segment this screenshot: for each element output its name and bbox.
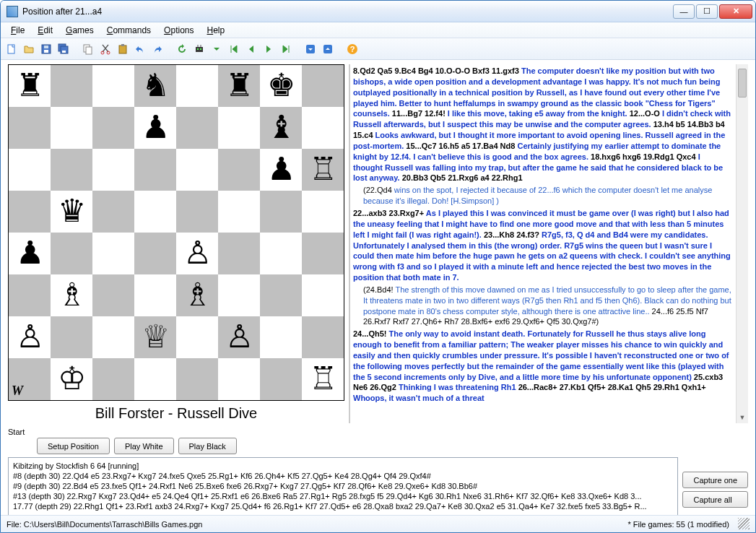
board-square[interactable] <box>176 358 218 400</box>
board-square[interactable] <box>176 316 218 358</box>
save-all-icon[interactable] <box>56 41 71 57</box>
capture-one-button[interactable]: Capture one <box>682 472 748 488</box>
board-square[interactable]: ♕ <box>134 316 176 358</box>
board-square[interactable] <box>218 191 260 233</box>
help-icon[interactable]: ? <box>344 41 360 57</box>
board-square[interactable] <box>92 191 134 233</box>
notation-pane[interactable]: 8.Qd2 Qa5 9.Bc4 Bg4 10.O-O-O Bxf3 11.gxf… <box>350 64 736 423</box>
menu-options[interactable]: Options <box>158 24 199 37</box>
board-square[interactable] <box>260 191 302 233</box>
board-square[interactable] <box>176 149 218 191</box>
engine-icon[interactable] <box>191 41 207 57</box>
close-button[interactable]: ✕ <box>719 4 752 19</box>
capture-all-button[interactable]: Capture all <box>682 491 748 508</box>
board-square[interactable] <box>92 316 134 358</box>
board-square[interactable] <box>9 274 51 316</box>
board-square[interactable] <box>302 274 344 316</box>
board-square[interactable] <box>92 149 134 191</box>
paste-icon[interactable] <box>115 41 131 57</box>
nav-last-icon[interactable] <box>278 41 294 57</box>
board-square[interactable]: ♙ <box>176 233 218 274</box>
board-square[interactable] <box>51 316 92 358</box>
minimize-button[interactable]: — <box>673 4 695 19</box>
board-square[interactable] <box>51 233 92 274</box>
board-square[interactable]: ♜ <box>218 65 260 107</box>
board-square[interactable]: ♔ <box>51 358 92 400</box>
menu-help[interactable]: Help <box>201 24 230 37</box>
board-square[interactable] <box>134 191 176 233</box>
board-square[interactable] <box>218 233 260 274</box>
board-square[interactable] <box>302 233 344 274</box>
nav-next-icon[interactable] <box>261 41 277 57</box>
board-square[interactable] <box>92 233 134 274</box>
menu-games[interactable]: Games <box>60 24 100 37</box>
scroll-down-icon[interactable]: ▼ <box>737 411 748 423</box>
play-black-button[interactable]: Play Black <box>178 438 237 454</box>
board-square[interactable] <box>92 358 134 400</box>
board-square[interactable]: ♜ <box>9 65 51 107</box>
board-square[interactable]: ♟ <box>9 233 51 274</box>
board-square[interactable] <box>176 191 218 233</box>
board-square[interactable] <box>218 274 260 316</box>
board-square[interactable] <box>176 65 218 107</box>
blue-up-icon[interactable] <box>320 41 336 57</box>
board-square[interactable] <box>9 107 51 149</box>
undo-icon[interactable] <box>132 41 148 57</box>
scroll-thumb[interactable] <box>738 69 747 98</box>
board-square[interactable] <box>134 149 176 191</box>
board-square[interactable]: ♖ <box>302 358 344 400</box>
board-square[interactable] <box>51 107 92 149</box>
board-square[interactable] <box>260 274 302 316</box>
board-square[interactable] <box>51 65 92 107</box>
board-square[interactable]: ♟ <box>134 107 176 149</box>
board-square[interactable]: ♛ <box>51 191 92 233</box>
resize-grip-icon[interactable] <box>738 518 750 529</box>
redo-icon[interactable] <box>149 41 165 57</box>
blue-down-icon[interactable] <box>303 41 318 57</box>
board-square[interactable] <box>260 316 302 358</box>
menu-file[interactable]: File <box>5 24 30 37</box>
board-square[interactable] <box>302 191 344 233</box>
board-square[interactable]: ♝ <box>260 107 302 149</box>
play-white-button[interactable]: Play White <box>114 438 174 454</box>
board-square[interactable] <box>134 233 176 274</box>
board-square[interactable]: ♗ <box>51 274 92 316</box>
board-square[interactable] <box>218 149 260 191</box>
board-square[interactable] <box>260 233 302 274</box>
board-square[interactable] <box>218 107 260 149</box>
board-square[interactable]: ♚ <box>260 65 302 107</box>
setup-position-button[interactable]: Setup Position <box>37 438 110 454</box>
maximize-button[interactable]: ☐ <box>696 4 718 19</box>
cut-icon[interactable] <box>97 41 113 57</box>
chessboard[interactable]: ♜♞♜♚♟♝♟♖♛♟♙♗♗♙♕♙♔♖ W <box>8 64 344 401</box>
board-square[interactable] <box>92 65 134 107</box>
notation-scrollbar[interactable]: ▲ ▼ <box>736 64 748 423</box>
menu-commands[interactable]: Commands <box>101 24 157 37</box>
board-square[interactable] <box>9 191 51 233</box>
board-square[interactable] <box>260 358 302 400</box>
board-square[interactable] <box>302 65 344 107</box>
open-icon[interactable] <box>21 41 37 57</box>
board-square[interactable] <box>218 358 260 400</box>
board-square[interactable] <box>134 274 176 316</box>
kibitz-output[interactable]: Kibitzing by Stockfish 6 64 [running] #8… <box>8 457 678 515</box>
board-square[interactable] <box>302 107 344 149</box>
board-square[interactable]: ♞ <box>134 65 176 107</box>
board-square[interactable]: ♙ <box>218 316 260 358</box>
board-square[interactable] <box>51 149 92 191</box>
board-square[interactable]: ♖ <box>302 149 344 191</box>
copy-icon[interactable] <box>80 41 96 57</box>
nav-prev-icon[interactable] <box>243 41 259 57</box>
save-icon[interactable] <box>38 41 54 57</box>
board-square[interactable] <box>176 107 218 149</box>
board-square[interactable] <box>9 149 51 191</box>
board-square[interactable] <box>302 316 344 358</box>
board-square[interactable] <box>92 274 134 316</box>
board-square[interactable]: ♙ <box>9 316 51 358</box>
new-icon[interactable] <box>4 41 19 57</box>
nav-first-icon[interactable] <box>226 41 242 57</box>
board-square[interactable] <box>134 358 176 400</box>
board-square[interactable]: ♗ <box>176 274 218 316</box>
menu-edit[interactable]: Edit <box>32 24 58 37</box>
board-square[interactable] <box>92 107 134 149</box>
